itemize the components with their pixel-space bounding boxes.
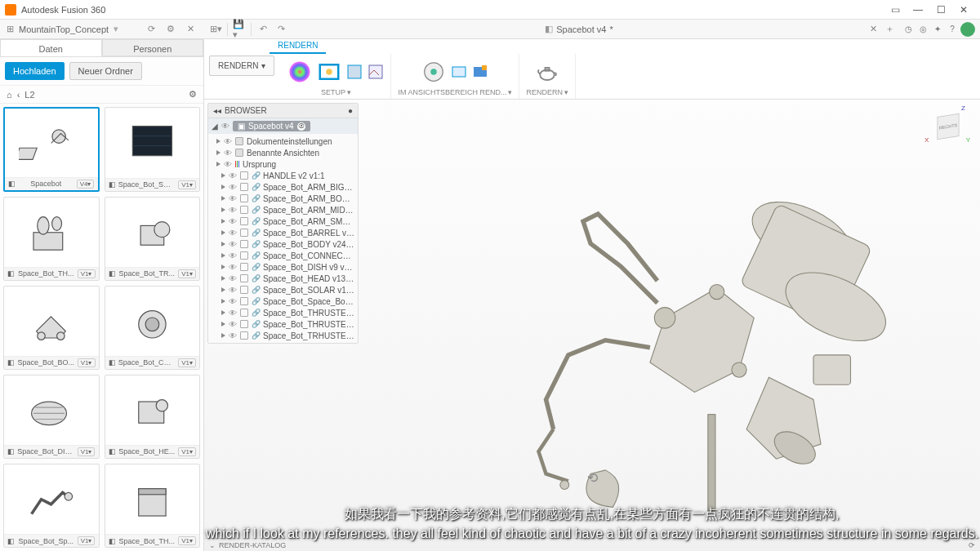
- close-button[interactable]: ✕: [952, 2, 975, 18]
- visibility-icon[interactable]: 👁: [229, 183, 237, 192]
- chevron-down-icon[interactable]: ▾: [347, 88, 351, 96]
- settings-icon[interactable]: ⚙: [163, 22, 178, 37]
- inview-render-icon[interactable]: [421, 60, 446, 84]
- tree-component[interactable]: 👁🔗Space_Bot_Space_Bot_ARM...: [208, 295, 358, 307]
- notifications-icon[interactable]: ◷: [902, 23, 915, 36]
- asset-thumb[interactable]: ◧Space_Bot_BO...V1▾: [3, 286, 100, 370]
- asset-thumb[interactable]: ◧SpacebotV4▾: [3, 107, 100, 192]
- gear-icon[interactable]: ⚙: [189, 89, 197, 100]
- viewcube[interactable]: RECHTS Z Y X: [929, 108, 967, 145]
- version-badge[interactable]: V1▾: [78, 358, 96, 367]
- project-name[interactable]: MountainTop_Concept: [19, 24, 109, 34]
- upload-button[interactable]: Hochladen: [5, 62, 65, 80]
- tree-component[interactable]: 👁🔗Space_Bot_ARM_BIG v16 v1:1: [208, 181, 358, 193]
- version-badge[interactable]: V1▾: [178, 447, 196, 456]
- data-panel-icon[interactable]: ⊞: [7, 24, 14, 34]
- expand-icon[interactable]: [216, 162, 220, 167]
- status-catalog[interactable]: RENDER-KATALOG: [219, 541, 286, 549]
- tree-component[interactable]: 👁🔗Space_Bot_DISH v9 v1:1: [208, 261, 358, 273]
- render-workspace-button[interactable]: RENDERN▾: [209, 56, 274, 76]
- user-avatar[interactable]: [960, 22, 975, 37]
- chevron-down-icon[interactable]: ▾: [564, 88, 568, 96]
- ribbon-tab-render[interactable]: RENDERN: [270, 39, 326, 54]
- appearance-icon[interactable]: [287, 60, 312, 84]
- save-icon[interactable]: 💾▾: [233, 23, 246, 36]
- expand-icon[interactable]: [221, 219, 225, 224]
- visibility-icon[interactable]: 👁: [224, 149, 232, 158]
- tree-component[interactable]: 👁🔗Space_Bot_ARM_MID v14 v1:1: [208, 204, 358, 216]
- expand-icon[interactable]: [221, 253, 225, 258]
- document-tab[interactable]: ◧ Spacebot v4*: [538, 22, 619, 36]
- collapse-icon[interactable]: ◂◂: [213, 106, 221, 115]
- visibility-icon[interactable]: 👁: [221, 122, 229, 131]
- visibility-icon[interactable]: 👁: [229, 263, 237, 272]
- visibility-icon[interactable]: 👁: [229, 309, 237, 318]
- visibility-icon[interactable]: 👁: [229, 171, 237, 180]
- browser-pin-icon[interactable]: ●: [348, 106, 353, 115]
- expand-icon[interactable]: [221, 276, 225, 281]
- asset-thumb[interactable]: ◧Space_Bot_SOL...V1▾: [105, 107, 201, 192]
- visibility-icon[interactable]: 👁: [229, 240, 237, 249]
- asset-thumb[interactable]: ◧Space_Bot_CO...V1▾: [105, 286, 201, 370]
- version-badge[interactable]: V1▾: [178, 180, 196, 189]
- tree-folder[interactable]: 👁Benannte Ansichten: [208, 147, 358, 158]
- visibility-icon[interactable]: 👁: [229, 286, 237, 295]
- new-folder-button[interactable]: Neuer Ordner: [69, 62, 142, 80]
- asset-thumb[interactable]: ◧Space_Bot_TH...V1▾: [3, 197, 100, 281]
- tree-component[interactable]: 👁🔗Space_Bot_SOLAR v10 v1:1: [208, 284, 358, 295]
- decal-icon[interactable]: [368, 64, 384, 80]
- asset-thumb[interactable]: ◧Space_Bot_TH...V1▾: [105, 464, 201, 548]
- canvas-render-icon[interactable]: [451, 64, 467, 80]
- expand-icon[interactable]: [216, 139, 220, 144]
- asset-thumb[interactable]: ◧Space_Bot_DIS...V1▾: [3, 375, 100, 459]
- render-teapot-icon[interactable]: [535, 60, 559, 84]
- texture-map-icon[interactable]: [346, 64, 363, 80]
- project-dropdown-icon[interactable]: ▾: [114, 24, 118, 34]
- expand-icon[interactable]: [221, 184, 225, 189]
- tree-component[interactable]: 👁🔗Space_Bot_CONNECTOR v5 ...: [208, 250, 358, 261]
- expand-icon[interactable]: [221, 310, 225, 315]
- expand-icon[interactable]: [221, 322, 225, 327]
- orbit-gizmo-icon[interactable]: ⟲: [587, 470, 598, 486]
- expand-icon[interactable]: [216, 150, 220, 155]
- tree-component[interactable]: 👁🔗Space_Bot_BODY v24 v1:1: [208, 238, 358, 250]
- expand-icon[interactable]: [221, 287, 225, 292]
- browser-root-node[interactable]: ◢ 👁 ▣Spacebot v4⦿: [208, 118, 358, 134]
- expand-icon[interactable]: [221, 264, 225, 269]
- version-badge[interactable]: V1▾: [178, 269, 196, 278]
- visibility-icon[interactable]: 👁: [224, 137, 232, 146]
- refresh-icon[interactable]: ⟳: [144, 22, 158, 37]
- visibility-icon[interactable]: 👁: [229, 217, 237, 226]
- activate-icon[interactable]: ⦿: [297, 122, 305, 131]
- extension-icon[interactable]: ▭: [884, 2, 906, 18]
- tree-component[interactable]: 👁🔗HANDLE v2 v1:1: [208, 170, 358, 181]
- expand-icon[interactable]: [221, 196, 225, 201]
- maximize-button[interactable]: ☐: [929, 2, 952, 18]
- visibility-icon[interactable]: 👁: [229, 229, 237, 238]
- asset-thumb[interactable]: ◧Space_Bot_Sp...V1▾: [3, 464, 100, 548]
- tree-component[interactable]: 👁🔗Space_Bot_ARM_BONUS v11...: [208, 193, 358, 204]
- viewport[interactable]: ◂◂BROWSER ● ◢ 👁 ▣Spacebot v4⦿ 👁Dokumente…: [204, 100, 980, 551]
- panel-close-icon[interactable]: ✕: [183, 22, 198, 37]
- visibility-icon[interactable]: 👁: [224, 160, 232, 169]
- collapse-catalog-icon[interactable]: ⌄: [209, 541, 216, 549]
- version-badge[interactable]: V1▾: [78, 447, 96, 456]
- new-tab-icon[interactable]: ＋: [882, 22, 897, 37]
- tree-component[interactable]: 👁🔗Space_Bot_HEAD v13 v1:1: [208, 273, 358, 284]
- help-icon[interactable]: ?: [946, 23, 959, 36]
- version-badge[interactable]: V4▾: [77, 180, 95, 189]
- expand-icon[interactable]: [221, 299, 225, 304]
- version-badge[interactable]: V1▾: [78, 269, 96, 278]
- capture-icon[interactable]: [472, 64, 488, 80]
- home-icon[interactable]: ⌂: [7, 90, 12, 100]
- tab-data[interactable]: Daten: [0, 39, 102, 56]
- tree-folder[interactable]: 👁Dokumenteinstellungen: [208, 136, 358, 147]
- visibility-icon[interactable]: 👁: [229, 206, 237, 215]
- asset-thumb[interactable]: ◧Space_Bot_HE...V1▾: [105, 375, 201, 459]
- asset-thumb[interactable]: ◧Space_Bot_TR...V1▾: [105, 197, 201, 281]
- status-refresh-icon[interactable]: ⟳: [969, 541, 975, 549]
- tree-component[interactable]: 👁🔗Space_Bot_ARM_SMALL v7 ...: [208, 216, 358, 227]
- expand-icon[interactable]: [221, 333, 225, 338]
- visibility-icon[interactable]: 👁: [229, 274, 237, 283]
- viewcube-face[interactable]: RECHTS: [937, 113, 959, 140]
